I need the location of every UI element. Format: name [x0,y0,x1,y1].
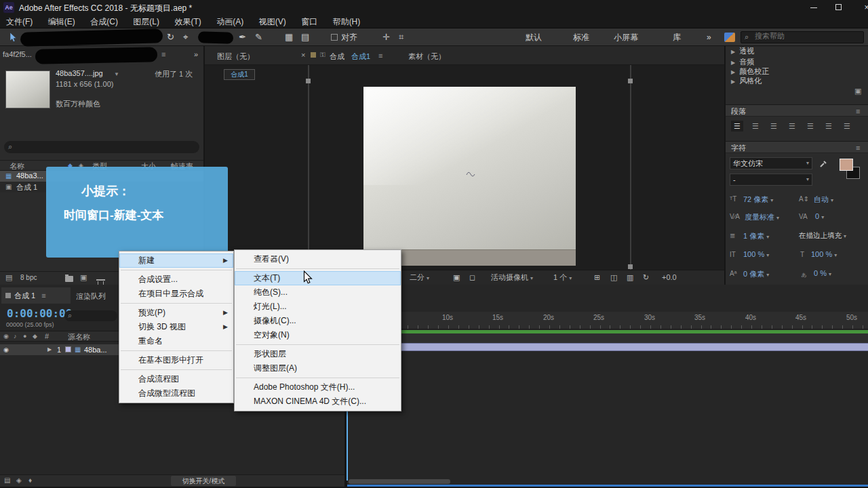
pen-tool-icon[interactable]: ✒ [239,28,246,46]
collapse-triangle-icon[interactable]: ▶ [731,69,735,75]
align-left-button[interactable]: ☰ [731,121,743,131]
justify-last-left-button[interactable]: ☰ [786,121,798,131]
timeline-search-input[interactable]: ⌕ [64,310,117,321]
align-center-button[interactable]: ☰ [749,121,762,131]
panel-menu-icon[interactable]: ≡ [41,291,45,300]
resolution-select[interactable]: 二分 ▾ [410,270,429,286]
tab-footage[interactable]: 素材（无） [408,52,446,62]
font-size-value[interactable]: 72 像素 ▾ [743,195,773,205]
collapse-triangle-icon[interactable]: ▶ [731,60,735,66]
reset-exposure-icon[interactable]: ↻ [643,270,649,285]
tab-layer[interactable]: 图层（无） [217,52,254,62]
tracking-value[interactable]: 0 ▾ [815,212,824,220]
collapse-triangle-icon[interactable]: ▶ [731,79,735,85]
menu-item-composition-settings[interactable]: 合成设置... [119,272,233,287]
eyedropper-icon[interactable] [819,159,829,168]
menu-window[interactable]: 窗口 [295,15,323,28]
menu-item-photoshop-file[interactable]: Adobe Photoshop 文件(H)... [235,380,401,394]
timeline-tab[interactable]: 合成 1 ≡ [1,287,71,304]
fill-stroke-mode-select[interactable]: 在描边上填充 ▾ [799,231,846,241]
current-timecode[interactable]: 0:00:00:00 [7,307,72,320]
menu-item-comp-mini-flowchart[interactable]: 合成微型流程图 [119,386,233,401]
fill-color-swatch[interactable] [840,159,853,171]
footage-thumbnail[interactable] [5,70,50,108]
menu-item-preview[interactable]: 预览(P)▶ [119,306,233,320]
justify-last-center-button[interactable]: ☰ [804,121,816,131]
justify-last-right-button[interactable]: ☰ [823,121,835,131]
align-right-button[interactable]: ☰ [768,121,780,131]
video-column-icon[interactable]: ◉ [3,333,9,340]
footage-name[interactable]: 48ba357....jpg [56,69,103,77]
menu-item-new[interactable]: 新建▶ [119,253,233,268]
toggle-switches-modes-button[interactable]: 切换开关/模式 [171,476,236,486]
interpret-footage-icon[interactable]: ▤ [5,273,12,282]
menu-item-light[interactable]: 灯光(L)... [235,300,401,314]
expand-layers-icon[interactable]: ▤ [4,476,10,484]
mask-tool-icon[interactable]: ▤ [301,28,309,46]
panel-menu-icon[interactable]: ≡ [856,142,860,154]
menu-item-cinema4d-file[interactable]: MAXON CINEMA 4D 文件(C)... [235,394,401,409]
transparency-grid-icon[interactable]: ◻ [469,270,475,285]
rotate-tool-icon[interactable]: ↻ [167,28,174,46]
menu-item-text[interactable]: 文本(T) [235,271,401,285]
audio-column-icon[interactable]: ♪ [14,333,17,340]
justify-all-button[interactable]: ☰ [841,121,853,131]
menu-item-camera[interactable]: 摄像机(C)... [235,314,401,328]
grid-options-icon[interactable]: ⊞ [594,270,600,285]
align-checkbox[interactable] [331,34,338,41]
menu-effect[interactable]: 效果(T) [168,15,207,28]
brush-tool-icon[interactable]: ✎ [255,28,262,46]
chevron-down-icon[interactable]: ▼ [114,71,119,77]
menu-layer[interactable]: 图层(L) [127,15,165,28]
baseline-shift-value[interactable]: 0 像素 ▾ [743,269,769,279]
channels-icon[interactable]: ▥ [627,270,633,285]
project-panel-tab[interactable]: fa4f2f5... [3,50,32,58]
camera-tool-icon[interactable]: ⌖ [183,28,188,46]
render-queue-tab[interactable]: 渲染队列 [76,291,106,302]
panel-overflow-icon[interactable]: » [194,50,198,58]
exposure-value[interactable]: +0.0 [662,270,677,285]
motion-blur-icon[interactable]: ♦ [28,476,32,484]
menu-item-solid[interactable]: 纯色(S)... [235,285,401,300]
view-layout-select[interactable]: 1 个 ▾ [553,270,572,286]
menu-item-switch-3d-view[interactable]: 切换 3D 视图▶ [119,320,233,334]
layer-name[interactable]: 48ba... [84,346,107,354]
help-search-box[interactable]: ⌕ [741,31,864,43]
eye-icon[interactable]: ◉ [3,346,9,353]
kerning-value[interactable]: 度量标准 ▾ [745,212,779,222]
time-navigator-bar[interactable] [347,485,868,487]
menu-item-reveal-in-project[interactable]: 在项目中显示合成 [119,287,233,301]
panel-menu-icon[interactable]: ≡ [378,52,382,60]
solo-column-icon[interactable]: ● [23,333,26,340]
menu-item-null-object[interactable]: 空对象(N) [235,328,401,342]
new-folder-icon[interactable] [65,276,73,282]
panel-menu-icon[interactable]: ≡ [856,105,860,117]
track-tool-icon[interactable]: ⌗ [399,28,403,46]
region-of-interest-icon[interactable]: ▣ [453,270,460,285]
tab-composition-name[interactable]: 合成1 [351,52,370,62]
menu-item-open-in-essential-graphics[interactable]: 在基本图形中打开 [119,353,233,367]
collapse-triangle-icon[interactable]: ▶ [731,49,735,54]
guide-handle[interactable] [306,79,311,83]
graph-editor-icon[interactable]: ◈ [16,476,22,484]
selection-tool-icon[interactable] [9,32,18,43]
tsume-value[interactable]: 0 % ▾ [814,269,831,277]
rect-tool-icon[interactable]: ▦ [285,28,293,46]
font-style-select[interactable]: -▾ [730,174,812,186]
close-button[interactable]: × [853,0,868,15]
layer-number-column[interactable]: # [45,332,49,340]
guide-handle[interactable] [628,79,633,83]
horizontal-scale-value[interactable]: 100 % ▾ [811,250,837,258]
effect-category-row[interactable]: ▶颜色校正 [726,66,868,76]
viewer-guide-right[interactable] [630,65,631,270]
composition-navigator-chip[interactable]: 合成1 [224,69,255,80]
menu-help[interactable]: 帮助(H) [327,15,367,28]
workspace-overflow-icon[interactable]: » [707,28,711,46]
cc-libraries-icon[interactable] [724,33,735,42]
project-bpc-label[interactable]: 8 bpc [20,274,37,281]
menu-edit[interactable]: 编辑(E) [42,15,81,28]
paragraph-panel-header[interactable]: 段落 ≡ [726,104,868,117]
menu-view[interactable]: 视图(V) [253,15,292,28]
project-search-input[interactable]: ⌕ [4,141,199,153]
menu-item-adjustment-layer[interactable]: 调整图层(A) [235,361,401,375]
